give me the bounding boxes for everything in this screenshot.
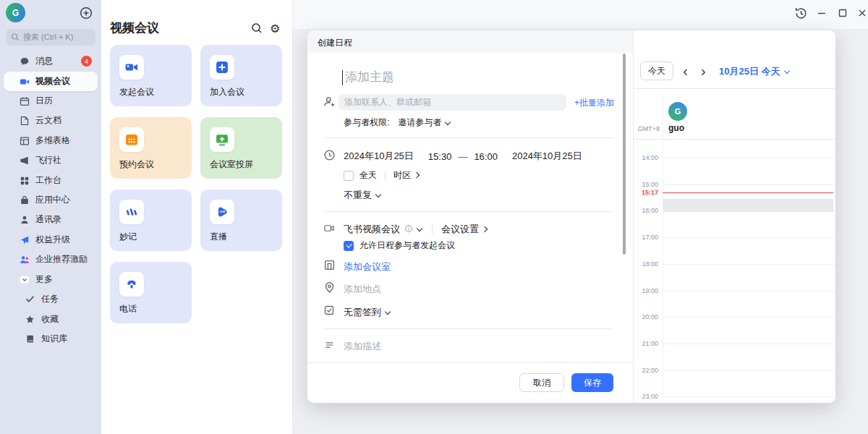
start-time-field[interactable]: 15:30 [428,151,452,162]
sidebar-item-app-center[interactable]: 应用中心 [4,190,98,210]
search-icon[interactable] [251,22,263,34]
sidebar-item-docs[interactable]: 云文档 [4,111,98,130]
cancel-button[interactable]: 取消 [519,373,564,392]
upgrade-icon [20,235,30,245]
attendees-placeholder: 添加联系人、群或邮箱 [344,96,431,109]
chevron-right-icon [414,172,420,178]
meeting-type-row: 飞书视频会议 会议设置 [344,223,488,236]
star-icon [25,315,35,325]
card-live[interactable]: LIVE 直播 [200,190,282,251]
start-date-field[interactable]: 2024年10月25日 [344,150,414,163]
today-button[interactable]: 今天 [640,61,673,80]
end-date-field[interactable]: 2024年10月25日 [512,150,582,163]
sidebar-item-workplace[interactable]: 工作台 [4,171,98,190]
sidebar-search-input[interactable]: 搜索 (Ctrl + K) [6,29,95,46]
attendees-input[interactable]: 添加联系人、群或邮箱 [339,94,566,111]
selected-time-slot[interactable] [663,199,833,212]
search-placeholder: 搜索 (Ctrl + K) [23,32,73,43]
sidebar-item-contacts[interactable]: 通讯录 [4,210,98,229]
chat-icon [20,56,30,67]
card-join-meeting[interactable]: 加入会议 [200,45,282,106]
chevron-left-icon[interactable] [681,67,690,75]
hour-line [663,317,835,318]
join-meeting-icon [210,55,234,80]
chevron-down-icon [783,68,789,74]
user-avatar[interactable]: G [6,3,25,22]
close-icon[interactable] [856,7,868,19]
permission-select[interactable]: 邀请参与者 [398,116,441,129]
time-gutter-line [663,94,663,396]
hour-line [663,344,835,344]
sidebar: G 搜索 (Ctrl + K) 消息 4 视频会议 日历 云文档 多维表格 [0,0,101,434]
megaphone-icon [20,156,30,166]
checkin-row: 无需签到 [344,306,391,319]
sidebar-item-base[interactable]: 多维表格 [4,131,98,150]
video-meetings-panel: 视频会议 ⚙ 发起会议 加入会议 预约会议 会议室投屏 妙记 LIVE 直播 [101,0,293,434]
add-location-field[interactable]: 添加地点 [344,283,381,296]
meeting-settings-link[interactable]: 会议设置 [441,223,479,236]
end-time-field[interactable]: 16:00 [474,151,498,162]
gear-icon[interactable]: ⚙ [270,22,281,33]
allday-row: 全天 时区 [344,169,420,182]
chevron-down-icon [375,192,381,197]
meeting-room-icon [323,259,336,271]
add-plus-icon[interactable] [80,7,93,20]
schedule-meeting-icon [119,127,144,152]
attendee-name: guo [668,123,684,133]
allow-participants-checkbox[interactable] [344,241,354,251]
calendar-date-selector[interactable]: 10月25日 今天 [719,65,791,78]
search-icon [11,33,20,43]
card-minutes[interactable]: 妙记 [110,190,192,251]
hour-label: 23:00 [634,393,658,400]
sidebar-item-more[interactable]: 更多 [4,270,98,289]
sidebar-item-favorites[interactable]: 收藏 [4,310,98,329]
sidebar-item-upgrade[interactable]: 权益升级 [4,230,98,250]
text-cursor [342,70,344,85]
add-room-link[interactable]: 添加会议室 [344,260,391,273]
batch-add-link[interactable]: +批量添加 [574,97,614,109]
chevron-down-icon [20,275,30,285]
card-phone[interactable]: 电话 [110,262,192,323]
divider [324,137,613,138]
save-button[interactable]: 保存 [571,373,613,392]
unread-badge: 4 [81,56,92,67]
calendar-date-label: 10月25日 今天 [719,65,780,78]
checkin-select[interactable]: 无需签到 [344,306,381,319]
current-time-line [663,192,833,193]
info-icon[interactable] [404,224,413,235]
sidebar-item-wiki[interactable]: 知识库 [4,329,98,349]
chevron-down-icon [385,309,391,315]
sidebar-item-tasks[interactable]: 任务 [4,289,98,309]
calendar-preview-panel: 今天 10月25日 今天 G guo GMT+8 [633,30,835,403]
new-meeting-icon [119,55,144,80]
minimize-icon[interactable] [816,7,827,19]
hour-line [663,158,835,158]
history-icon[interactable] [794,7,808,20]
repeat-select[interactable]: 不重复 [344,189,372,202]
allow-participants-row: 允许日程参与者发起会议 [344,239,455,252]
sidebar-item-feixingshe[interactable]: 飞行社 [4,150,98,170]
sidebar-item-messages[interactable]: 消息 4 [4,51,98,71]
chevron-down-icon [417,226,422,231]
form-scrollbar[interactable] [623,54,626,255]
permission-label: 参与者权限: [344,116,389,129]
sidebar-item-calendar[interactable]: 日历 [4,91,98,111]
grid-icon [20,176,30,186]
timezone-link[interactable]: 时区 [393,169,411,182]
card-room-cast[interactable]: 会议室投屏 [200,117,282,179]
sidebar-item-referral[interactable]: 企业推荐激励 [4,250,98,269]
card-new-meeting[interactable]: 发起会议 [110,45,192,106]
card-schedule-meeting[interactable]: 预约会议 [110,117,192,179]
sidebar-item-video-meetings[interactable]: 视频会议 [4,72,98,91]
maximize-icon[interactable] [837,7,848,19]
app-window: G 搜索 (Ctrl + K) 消息 4 视频会议 日历 云文档 多维表格 [0,0,868,434]
all-day-checkbox[interactable] [344,171,354,181]
meeting-type-select[interactable]: 飞书视频会议 [344,223,400,236]
hour-label: 16:00 [634,207,658,214]
chevron-down-icon [445,119,451,124]
subject-input[interactable]: 添加主题 [345,69,394,85]
description-input[interactable]: 添加描述 [344,340,381,353]
permission-row: 参与者权限: 邀请参与者 [344,116,451,129]
divider [634,88,835,89]
chevron-right-icon[interactable] [699,67,707,75]
